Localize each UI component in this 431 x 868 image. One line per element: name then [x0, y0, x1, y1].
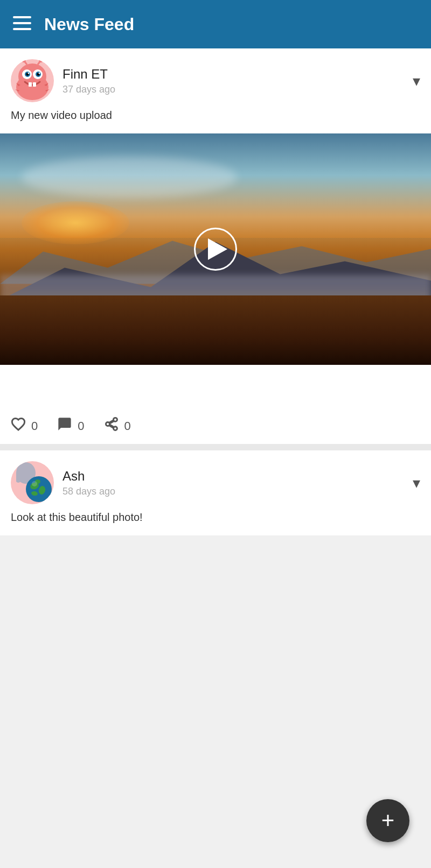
post1-text: My new video upload: [0, 108, 431, 133]
post1-dropdown-icon[interactable]: ▾: [413, 72, 420, 90]
avatar-finn[interactable]: [11, 59, 54, 102]
post1-user-info: Finn ET 37 days ago: [62, 67, 413, 95]
share-count: 0: [124, 419, 131, 433]
post-header-2: Ash 58 days ago ▾: [0, 450, 431, 510]
post2-time: 58 days ago: [62, 486, 413, 497]
comment-count: 0: [78, 419, 84, 433]
svg-point-15: [28, 73, 30, 74]
avatar-ash[interactable]: [11, 461, 54, 504]
post2-username: Ash: [62, 469, 413, 484]
post2-dropdown-icon[interactable]: ▾: [413, 474, 420, 492]
fab-plus-icon: +: [381, 809, 395, 832]
post1-actions: 0 0 0: [0, 408, 431, 444]
post2-text: Look at this beautiful photo!: [0, 510, 431, 535]
heart-icon: [11, 417, 26, 435]
svg-point-16: [39, 73, 40, 74]
fab-add-button[interactable]: +: [366, 799, 409, 842]
like-action[interactable]: 0: [11, 417, 38, 435]
post-header-1: Finn ET 37 days ago ▾: [0, 48, 431, 108]
header: News Feed: [0, 0, 431, 48]
post-divider: [0, 444, 431, 450]
post-card-1: Finn ET 37 days ago ▾ My new video uploa…: [0, 48, 431, 444]
post2-user-info: Ash 58 days ago: [62, 469, 413, 497]
svg-rect-1: [13, 22, 31, 24]
svg-rect-17: [29, 82, 32, 87]
post1-time: 37 days ago: [62, 84, 413, 95]
play-button[interactable]: [194, 228, 237, 271]
hamburger-icon[interactable]: [13, 16, 31, 32]
comment-action[interactable]: 0: [57, 417, 84, 435]
video-thumbnail[interactable]: [0, 133, 431, 365]
svg-rect-2: [13, 28, 31, 30]
comment-icon: [57, 417, 72, 435]
page-title: News Feed: [44, 15, 134, 34]
like-count: 0: [31, 419, 38, 433]
svg-point-33: [32, 481, 37, 486]
play-icon: [208, 238, 227, 260]
post-card-2: Ash 58 days ago ▾ Look at this beautiful…: [0, 450, 431, 535]
post1-spacer: [0, 365, 431, 408]
share-action[interactable]: 0: [104, 417, 131, 435]
svg-rect-18: [33, 82, 36, 87]
svg-rect-0: [13, 16, 31, 18]
share-icon: [104, 417, 119, 435]
post1-username: Finn ET: [62, 67, 413, 82]
